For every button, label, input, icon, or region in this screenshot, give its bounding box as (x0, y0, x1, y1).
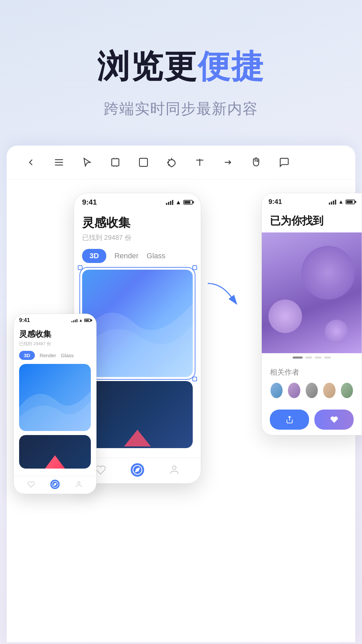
fill-icon[interactable] (164, 155, 179, 170)
handle-br[interactable] (192, 377, 197, 381)
header-section: 浏览更便捷 跨端实时同步最新内容 (0, 0, 362, 146)
like-button[interactable] (314, 410, 354, 430)
signal-icon-right (329, 199, 336, 205)
bubble-2 (268, 300, 302, 333)
status-bar-center: 9:41 ▲ (74, 193, 201, 209)
subtitle: 跨端实时同步最新内容 (20, 99, 342, 119)
nav-compass-center[interactable] (131, 463, 144, 477)
svg-point-18 (78, 482, 80, 484)
canvas-area: 9:41 ▲ 灵感收集 已找到 29487 份 (7, 146, 355, 642)
main-image-left (19, 364, 91, 431)
title-part1: 浏览更 (97, 48, 198, 84)
wifi-icon-right: ▲ (338, 199, 344, 205)
purple-image-right (262, 232, 362, 353)
blue-image-left (19, 364, 91, 431)
progress-dots (262, 353, 362, 362)
battery-icon-right (346, 200, 355, 204)
hand-icon[interactable] (249, 155, 263, 170)
time-right: 9:41 (268, 198, 282, 206)
svg-marker-12 (124, 430, 151, 446)
avatar-5[interactable] (340, 382, 354, 399)
status-icons-center: ▲ (166, 199, 193, 206)
phones-container: 9:41 ▲ 灵感收集 已找到 29487 份 (7, 179, 355, 642)
status-bar-right: 9:41 ▲ (262, 193, 362, 208)
arrow-connector (204, 280, 238, 308)
app-title-left: 灵感收集 (19, 329, 91, 339)
dot-4 (324, 357, 331, 359)
status-icons-right: ▲ (329, 199, 355, 205)
share-button[interactable] (270, 410, 309, 430)
wifi-icon: ▲ (175, 199, 181, 206)
tabs-center: 3D Render Glass (82, 249, 193, 263)
svg-rect-8 (139, 158, 147, 166)
nav-compass-left[interactable] (50, 480, 60, 489)
dot-2 (305, 357, 312, 359)
signal-icon-left (71, 319, 77, 322)
tab-3d-left[interactable]: 3D (19, 351, 35, 360)
tab-glass-center[interactable]: Glass (146, 252, 165, 260)
nav-heart-left[interactable] (26, 480, 36, 489)
nav-user-center[interactable] (168, 463, 181, 477)
nav-user-left[interactable] (74, 480, 83, 489)
author-avatars-list (270, 382, 354, 399)
comment-icon[interactable] (277, 155, 292, 170)
app-subtitle-left: 已找到 29487 份 (19, 341, 91, 347)
frame-icon[interactable] (108, 155, 123, 170)
dot-1 (293, 357, 303, 359)
battery-icon-left (84, 319, 91, 322)
svg-marker-17 (54, 483, 56, 486)
app-subtitle-center: 已找到 29487 份 (82, 233, 193, 242)
handle-tr[interactable] (192, 265, 197, 270)
right-section-title: 已为你找到 (262, 208, 362, 232)
battery-icon (183, 200, 193, 205)
back-icon[interactable] (23, 155, 38, 170)
mountain-deco (45, 455, 65, 469)
dot-3 (315, 357, 321, 359)
select-icon[interactable] (80, 155, 95, 170)
related-authors-title: 相关作者 (270, 367, 354, 377)
shape-icon[interactable] (136, 155, 151, 170)
handle-tl[interactable] (78, 265, 82, 270)
text-icon[interactable] (192, 155, 207, 170)
tab-render-center[interactable]: Render (114, 252, 138, 260)
phone-left: 9:41 ▲ 灵感收集 已找到 29487 份 (13, 314, 97, 494)
action-buttons (262, 404, 362, 435)
tab-render-left[interactable]: Render (40, 353, 56, 358)
avatar-3[interactable] (305, 382, 318, 399)
bubble-1 (301, 246, 355, 300)
dark-image-left (19, 435, 91, 469)
tab-glass-left[interactable]: Glass (61, 353, 73, 358)
dark-image-center (82, 381, 193, 448)
time-center: 9:41 (82, 198, 97, 207)
main-image-center (82, 270, 193, 377)
main-title: 浏览更便捷 (20, 47, 342, 86)
related-authors: 相关作者 (262, 362, 362, 404)
app-title-center: 灵感收集 (82, 215, 193, 231)
title-highlight: 便捷 (198, 48, 265, 84)
second-image-left (19, 435, 91, 469)
connector-icon[interactable] (221, 155, 235, 170)
menu-icon[interactable] (52, 155, 66, 170)
avatar-4[interactable] (322, 382, 336, 399)
avatar-1[interactable] (270, 382, 283, 399)
image-selection-wrapper (82, 270, 193, 377)
phone-content-left: 灵感收集 已找到 29487 份 3D Render Glass (14, 325, 96, 476)
time-left: 9:41 (19, 317, 30, 323)
phone-right: 9:41 ▲ 已为你找到 (261, 193, 362, 435)
wifi-icon-left: ▲ (79, 318, 83, 323)
svg-marker-14 (135, 468, 139, 472)
second-image-center (82, 381, 193, 448)
tabs-left: 3D Render Glass (19, 351, 91, 360)
bottom-nav-left (14, 476, 96, 494)
bubble-3 (325, 320, 348, 343)
svg-rect-3 (112, 159, 119, 166)
svg-point-15 (173, 466, 176, 470)
status-bar-left: 9:41 ▲ (14, 314, 96, 325)
avatar-2[interactable] (287, 382, 301, 399)
toolbar (7, 146, 355, 179)
tab-3d-center[interactable]: 3D (82, 249, 106, 263)
signal-icon (166, 200, 173, 205)
